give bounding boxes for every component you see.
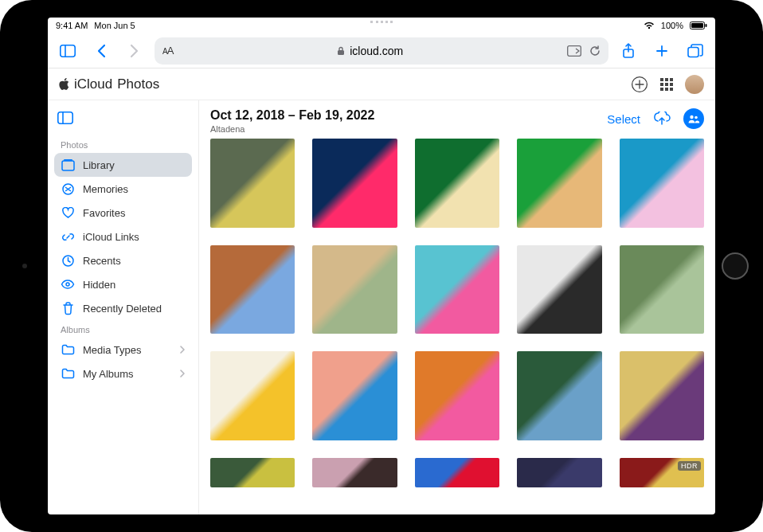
sidebar-item-icloud-links[interactable]: iCloud Links xyxy=(54,225,192,248)
eye-slash-icon xyxy=(61,277,75,291)
address-bar[interactable]: AA icloud.com xyxy=(155,37,608,65)
link-icon xyxy=(61,229,75,244)
photo-thumbnail[interactable] xyxy=(517,245,601,334)
sidebar-item-recently-deleted[interactable]: Recently Deleted xyxy=(54,296,192,320)
sidebar-item-label: Recents xyxy=(83,255,121,267)
svg-rect-12 xyxy=(670,78,673,81)
photo-thumbnail[interactable] xyxy=(312,245,397,334)
sidebar: PhotosLibraryMemoriesFavoritesiCloud Lin… xyxy=(48,100,199,514)
ipad-frame: 9:41 AM Mon Jun 5 100% xyxy=(0,0,763,532)
svg-rect-18 xyxy=(670,88,673,91)
app-brand: iCloud xyxy=(74,76,112,92)
folder-icon xyxy=(61,366,75,381)
photo-thumbnail[interactable] xyxy=(312,458,397,487)
photo-thumbnail[interactable] xyxy=(517,351,601,440)
chevron-right-icon xyxy=(179,345,186,354)
svg-rect-21 xyxy=(62,161,74,170)
status-bar: 9:41 AM Mon Jun 5 100% xyxy=(48,18,715,33)
photo-thumbnail[interactable]: HDR xyxy=(620,458,704,487)
photo-thumbnail[interactable] xyxy=(312,139,397,228)
sidebar-item-recents[interactable]: Recents xyxy=(54,248,192,272)
photo-thumbnail[interactable] xyxy=(210,458,295,487)
svg-rect-5 xyxy=(338,50,344,55)
sidebar-item-my-albums[interactable]: My Albums xyxy=(54,362,192,385)
photo-thumbnail[interactable] xyxy=(620,139,704,228)
sidebar-item-favorites[interactable]: Favorites xyxy=(54,201,192,225)
sidebar-item-label: Library xyxy=(83,159,115,171)
svg-rect-22 xyxy=(64,159,72,161)
front-camera xyxy=(22,264,27,268)
reader-button[interactable] xyxy=(567,45,581,57)
photo-thumbnail[interactable] xyxy=(620,245,704,334)
lock-icon xyxy=(337,46,345,56)
svg-rect-3 xyxy=(61,45,75,56)
app-switcher-button[interactable] xyxy=(659,77,674,92)
sidebar-toggle-button[interactable] xyxy=(54,37,81,65)
photo-thumbnail[interactable] xyxy=(415,245,499,334)
upload-button[interactable] xyxy=(651,108,672,129)
photo-thumbnail[interactable] xyxy=(210,139,295,228)
share-button[interactable] xyxy=(615,37,642,65)
svg-rect-17 xyxy=(665,88,668,91)
app-header: iCloud Photos xyxy=(48,68,715,100)
reload-button[interactable] xyxy=(589,45,601,57)
photo-thumbnail[interactable] xyxy=(210,351,295,440)
photo-thumbnail[interactable] xyxy=(415,351,499,440)
apple-logo-icon xyxy=(59,78,69,90)
app-product: Photos xyxy=(117,76,159,92)
back-button[interactable] xyxy=(88,37,115,65)
sidebar-item-label: Favorites xyxy=(83,207,125,219)
sidebar-item-hidden[interactable]: Hidden xyxy=(54,272,192,296)
tabs-button[interactable] xyxy=(682,37,709,65)
photo-thumbnail[interactable] xyxy=(210,245,295,334)
wifi-icon xyxy=(644,22,655,29)
battery-percent: 100% xyxy=(661,21,683,30)
sidebar-item-library[interactable]: Library xyxy=(54,153,192,177)
home-button[interactable] xyxy=(722,252,749,280)
svg-point-27 xyxy=(695,116,698,119)
photo-thumbnail[interactable] xyxy=(517,139,601,228)
multitask-handle[interactable] xyxy=(370,21,393,23)
sidebar-section-title: Photos xyxy=(54,135,192,153)
sidebar-item-media-types[interactable]: Media Types xyxy=(54,338,192,362)
battery-icon xyxy=(690,22,707,29)
text-size-button[interactable]: AA xyxy=(162,45,173,57)
safari-toolbar: AA icloud.com xyxy=(48,33,715,68)
grid-header: Oct 12, 2018 – Feb 19, 2022 Altadena Sel… xyxy=(199,100,715,139)
svg-rect-16 xyxy=(660,88,663,91)
clock-icon xyxy=(61,253,75,268)
sidebar-item-label: Recently Deleted xyxy=(83,303,162,315)
new-tab-button[interactable] xyxy=(648,37,675,65)
photo-thumbnail[interactable] xyxy=(415,139,499,228)
svg-rect-11 xyxy=(665,78,668,81)
sidebar-item-label: Memories xyxy=(83,183,128,195)
trash-icon xyxy=(61,301,75,315)
forward-button xyxy=(121,37,148,65)
select-button[interactable]: Select xyxy=(607,112,640,126)
svg-rect-10 xyxy=(660,78,663,81)
main-panel: Oct 12, 2018 – Feb 19, 2022 Altadena Sel… xyxy=(199,100,715,514)
sidebar-collapse-button[interactable] xyxy=(54,107,76,129)
photo-grid[interactable]: HDR xyxy=(199,139,715,514)
status-date: Mon Jun 5 xyxy=(94,21,135,30)
photo-thumbnail[interactable] xyxy=(415,458,499,487)
sidebar-item-label: My Albums xyxy=(83,368,134,380)
photo-thumbnail[interactable] xyxy=(517,458,601,487)
add-button[interactable] xyxy=(631,76,648,93)
svg-point-25 xyxy=(66,283,69,286)
svg-rect-15 xyxy=(670,83,673,86)
content-area: PhotosLibraryMemoriesFavoritesiCloud Lin… xyxy=(48,100,715,514)
hdr-badge: HDR xyxy=(678,461,701,471)
screen: 9:41 AM Mon Jun 5 100% xyxy=(48,18,715,514)
sidebar-item-memories[interactable]: Memories xyxy=(54,177,192,201)
photo-thumbnail[interactable] xyxy=(620,351,704,440)
location-subtitle: Altadena xyxy=(210,124,374,134)
photo-thumbnail[interactable] xyxy=(312,351,397,440)
account-avatar[interactable] xyxy=(685,75,704,94)
svg-rect-1 xyxy=(691,23,703,28)
library-icon xyxy=(61,158,75,172)
url-text: icloud.com xyxy=(350,45,403,57)
shared-library-button[interactable] xyxy=(683,108,704,129)
memories-icon xyxy=(61,182,75,196)
svg-rect-14 xyxy=(665,83,668,86)
